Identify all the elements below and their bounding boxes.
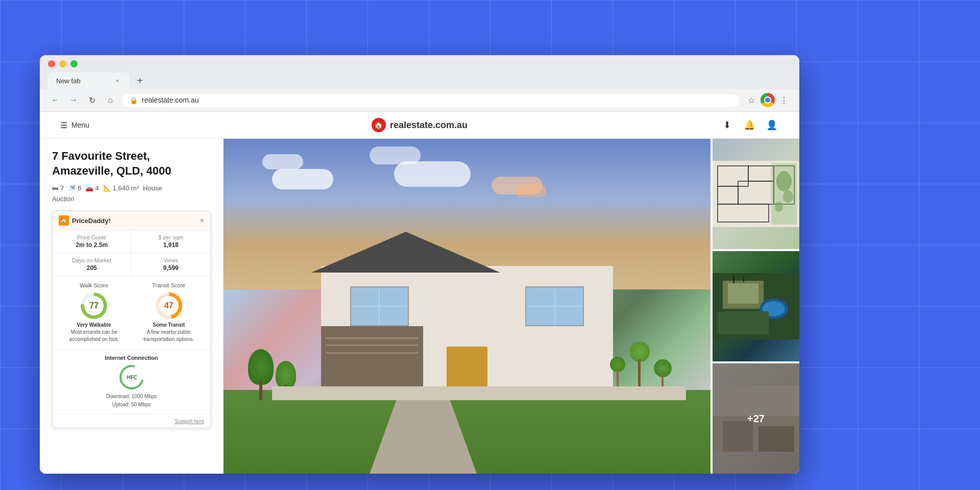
lock-icon: 🔒	[130, 96, 138, 104]
url-display: realestate.com.au	[142, 96, 199, 104]
pd-per-sqm-label: $ per sqm	[138, 234, 205, 240]
pd-dom-label: Days on Market	[59, 257, 125, 263]
area-value: 1,640 m²	[113, 184, 139, 192]
pd-scores: Walk Score 77 Very Walkable Most errands…	[53, 276, 210, 350]
svg-rect-18	[743, 277, 744, 282]
beds-detail: 🛏 7	[52, 184, 64, 192]
more-photos-overlay[interactable]: +27	[713, 363, 799, 474]
logo-icon: 🏠	[372, 118, 386, 132]
svg-point-10	[775, 202, 783, 212]
cloud-1	[272, 169, 333, 189]
download-icon[interactable]: ⬇	[720, 118, 734, 132]
user-account-icon[interactable]: 👤	[765, 118, 779, 132]
listing-type: Auction	[52, 195, 211, 203]
site-logo[interactable]: 🏠 realestate.com.au	[372, 118, 468, 132]
pd-per-sqm-cell: $ per sqm 1,918	[132, 230, 211, 253]
walk-score-value: 77	[89, 301, 99, 310]
active-tab[interactable]: New tab ×	[48, 72, 130, 89]
internet-type-circle: HFC	[115, 360, 149, 394]
notification-icon[interactable]: 🔔	[742, 118, 756, 132]
pd-title-text: PriceDaddy!	[72, 217, 111, 225]
transit-score-value: 47	[164, 301, 174, 310]
price-daddy-widget: 🏠 PriceDaddy! × Price Guide 2m to 2.5m $…	[52, 211, 211, 428]
walk-score-label: Walk Score	[59, 282, 130, 288]
address-bar[interactable]: 🔒 realestate.com.au	[121, 93, 740, 107]
traffic-lights	[48, 60, 791, 67]
tab-bar: New tab × +	[48, 72, 791, 89]
pd-price-guide-label: Price Guide	[59, 234, 125, 240]
close-button[interactable]	[48, 60, 55, 67]
nav-actions: ☆ ⋮	[744, 93, 791, 107]
bookmark-button[interactable]: ☆	[744, 93, 758, 107]
menu-label: Menu	[71, 121, 89, 129]
bed-icon: 🛏	[52, 184, 59, 192]
site-header: ☰ Menu 🏠 realestate.com.au ⬇ 🔔 👤	[40, 112, 799, 139]
cars-detail: 🚗 4	[85, 184, 99, 192]
beds-count: 7	[60, 184, 64, 192]
pd-logo-icon: 🏠	[59, 215, 69, 226]
main-layout: 7 Favourite Street, Amazeville, QLD, 400…	[40, 139, 799, 474]
car-icon: 🚗	[85, 184, 93, 192]
cloud-6	[516, 184, 546, 197]
svg-point-9	[783, 190, 793, 203]
pd-footer: Support here	[53, 414, 210, 428]
maximize-button[interactable]	[70, 60, 78, 67]
navigation-bar: ← → ↻ ⌂ 🔒 realestate.com.au ☆ ⋮	[40, 89, 799, 112]
pd-per-sqm-value: 1,918	[138, 241, 205, 249]
refresh-button[interactable]: ↻	[85, 93, 99, 107]
cloud-3	[394, 161, 471, 187]
floorplan-image[interactable]	[713, 139, 799, 249]
page-content: ☰ Menu 🏠 realestate.com.au ⬇ 🔔 👤 7 Favou…	[40, 112, 799, 474]
main-images: +27	[224, 139, 799, 474]
tab-close-button[interactable]: ×	[113, 77, 121, 85]
pd-stats-grid-2: Days on Market 205 Views 9,599	[53, 253, 210, 276]
upload-speed: Upload: 50 Mbps	[59, 401, 204, 409]
chrome-icon	[761, 93, 775, 107]
roof-triangle	[311, 232, 500, 273]
right-image-strip: +27	[713, 139, 799, 474]
house-window-1	[350, 286, 408, 327]
more-options-button[interactable]: ⋮	[777, 93, 791, 107]
baths-count: 6	[78, 184, 81, 192]
left-sidebar: 7 Favourite Street, Amazeville, QLD, 400…	[40, 139, 224, 474]
tab-label: New tab	[56, 77, 81, 85]
download-speed: Download: 1000 Mbps	[59, 393, 204, 401]
pd-internet-label: Internet Connection	[59, 355, 204, 361]
walk-score-circle: 77	[81, 292, 107, 319]
browser-chrome: New tab × +	[40, 55, 799, 89]
property-type: House	[143, 184, 162, 192]
svg-rect-17	[733, 276, 734, 283]
interior-image[interactable]: +27	[713, 363, 799, 474]
house-window-2	[525, 286, 583, 327]
new-tab-button[interactable]: +	[132, 72, 148, 89]
home-button[interactable]: ⌂	[103, 93, 117, 107]
property-address: 7 Favourite Street, Amazeville, QLD, 400…	[52, 149, 211, 178]
aerial-svg	[713, 251, 799, 361]
property-details: 🛏 7 🚿 6 🚗 4 📐 1,640 m² Ho	[52, 184, 211, 192]
pd-internet-section: Internet Connection HFC Download: 1000 M…	[53, 350, 210, 414]
forward-button[interactable]: →	[66, 93, 81, 107]
walk-score-title: Very Walkable	[59, 322, 130, 328]
pd-price-guide-value: 2m to 2.5m	[59, 241, 125, 249]
svg-rect-16	[718, 311, 769, 334]
house-wall	[321, 266, 613, 400]
minimize-button[interactable]	[59, 60, 66, 67]
pd-support-link[interactable]: Support here	[175, 419, 204, 424]
transit-score-circle: 47	[156, 292, 182, 319]
transit-score-title: Some Transit	[134, 322, 205, 328]
logo-text: realestate.com.au	[390, 120, 468, 131]
pd-close-button[interactable]: ×	[200, 216, 204, 225]
svg-rect-13	[728, 283, 758, 304]
pd-title: 🏠 PriceDaddy!	[59, 215, 111, 226]
aerial-pool-image[interactable]	[713, 251, 799, 361]
walk-score-section: Walk Score 77 Very Walkable Most errands…	[59, 282, 130, 343]
menu-button[interactable]: ☰ Menu	[60, 120, 89, 130]
browser-window: New tab × + ← → ↻ ⌂ 🔒 realestate.com.au	[40, 55, 799, 474]
baths-detail: 🚿 6	[68, 184, 81, 192]
hamburger-icon: ☰	[60, 120, 67, 130]
back-button[interactable]: ←	[48, 93, 62, 107]
area-icon: 📐	[103, 184, 111, 192]
more-photos-count: +27	[747, 413, 765, 425]
main-photo[interactable]	[224, 139, 710, 474]
floorplan-svg	[713, 139, 799, 249]
